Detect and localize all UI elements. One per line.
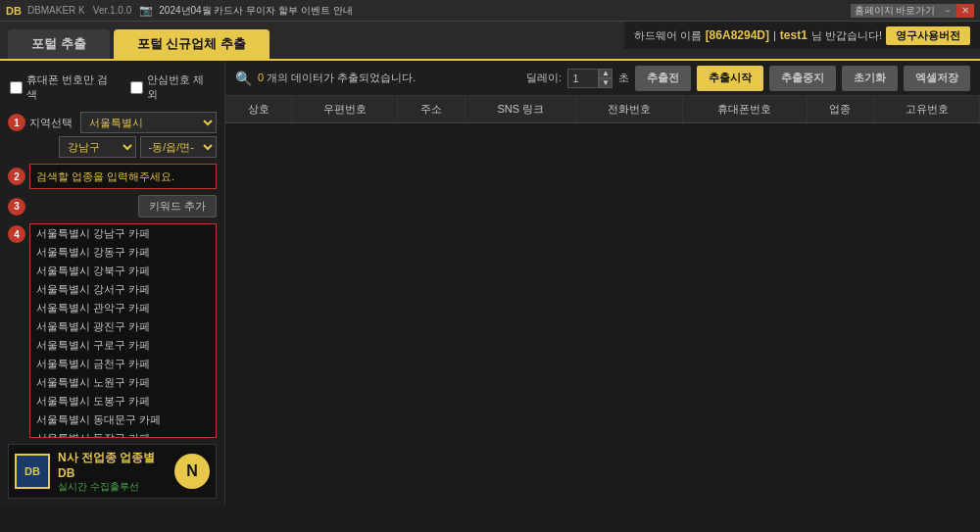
ad-title: N사 전업종 업종별 DB [58,450,167,480]
count-number: 0 [258,72,264,83]
list-item[interactable]: 서울특별시 동대문구 카페 [30,411,216,429]
step3-badge: 3 [8,198,25,216]
permanent-version-button[interactable]: 영구사용버전 [886,26,970,45]
table-column-header: 상호 [225,96,292,123]
step2-section: 2 [8,164,217,189]
delay-down-button[interactable]: ▼ [599,78,612,88]
table-area[interactable]: 상호우편번호주소SNS 링크전화번호휴대폰번호업종고유번호 [225,96,980,507]
list-item[interactable]: 서울특별시 광진구 카페 [30,317,216,336]
checkbox-row: 휴대폰 번호만 검색 안심번호 제외 [8,69,217,106]
step1-section: 1 지역선택 서울특별시 강남구 -동/읍/면- [8,112,217,158]
list-item[interactable]: 서울특별시 강서구 카페 [30,280,216,299]
data-table: 상호우편번호주소SNS 링크전화번호휴대폰번호업종고유번호 [225,96,980,123]
delay-unit: 초 [618,71,629,85]
table-column-header: 휴대폰번호 [682,96,807,123]
list-item[interactable]: 서울특별시 강동구 카페 [30,243,216,262]
ad-text-area: N사 전업종 업종별 DB 실시간 수집출루선 [58,450,167,494]
mobile-only-checkbox[interactable] [10,81,23,94]
notice-text: 2024년04월 카드사 무이자 할부 이벤트 안내 [159,4,851,18]
table-column-header: 전화번호 [576,96,682,123]
mobile-only-checkbox-label[interactable]: 휴대폰 번호만 검색 [10,73,119,102]
delay-spin-buttons: ▲ ▼ [599,69,612,88]
delay-input[interactable]: 1 [567,69,599,88]
home-button[interactable]: 홈페이지 바로가기 [851,4,939,18]
username: test1 [780,28,808,42]
list-item[interactable]: 서울특별시 구로구 카페 [30,336,216,355]
list-item[interactable]: 서울특별시 도봉구 카페 [30,392,216,411]
step4-section: 4 서울특별시 강남구 카페서울특별시 강동구 카페서울특별시 강북구 카페서울… [8,223,217,438]
step2-badge: 2 [8,168,25,185]
region-label: 지역선택 [29,116,76,130]
list-item[interactable]: 서울특별시 강남구 카페 [30,224,216,243]
toolbar: 🔍 0 개의 데이터가 추출되었습니다. 딜레이: 1 ▲ ▼ 초 추출전 추출… [225,61,980,96]
data-count-text: 0 개의 데이터가 추출되었습니다. [258,71,416,85]
reset-button[interactable]: 초기화 [842,66,898,91]
table-header-row: 상호우편번호주소SNS 링크전화번호휴대폰번호업종고유번호 [225,96,980,123]
table-column-header: SNS 링크 [465,96,576,123]
main-area: 휴대폰 번호만 검색 안심번호 제외 1 지역선택 서울특별시 강남구 [0,61,980,507]
close-button[interactable]: ✕ [956,4,974,18]
tab-extract[interactable]: 포털 추출 [8,29,110,59]
hardware-label: 하드웨어 이름 [634,28,702,43]
table-column-header: 우편번호 [292,96,398,123]
no-safe-checkbox[interactable] [130,81,143,94]
greeting: 님 반갑습니다! [811,28,882,43]
no-safe-label: 안심번호 제외 [147,73,215,102]
ad-badge: N [174,454,210,489]
keyword-input[interactable] [29,164,217,189]
keyword-list[interactable]: 서울특별시 강남구 카페서울특별시 강동구 카페서울특별시 강북구 카페서울특별… [29,223,217,438]
app-name: DBMAKER K [27,5,85,16]
delay-up-button[interactable]: ▲ [599,69,612,78]
app-version: Ver.1.0.0 [93,5,131,16]
step4-badge: 4 [8,225,25,243]
list-item[interactable]: 서울특별시 강북구 카페 [30,262,216,280]
step1-badge: 1 [8,114,25,131]
mobile-only-label: 휴대폰 번호만 검색 [26,73,119,102]
keyword-add-button[interactable]: 키워드 추가 [138,195,217,218]
separator: | [773,29,776,41]
delay-spinbox[interactable]: 1 ▲ ▼ [567,69,612,88]
list-item[interactable]: 서울특별시 관악구 카페 [30,299,216,317]
hardware-id: [86A8294D] [706,28,769,42]
list-item[interactable]: 서울특별시 노원구 카페 [30,373,216,392]
camera-icon: 📷 [139,4,153,17]
table-column-header: 주소 [398,96,466,123]
table-column-header: 업종 [807,96,874,123]
step3-section: 3 키워드 추가 [8,195,217,218]
title-bar: DB DBMAKER K Ver.1.0.0 📷 2024년04월 카드사 무이… [0,0,980,22]
app-logo: DB [6,5,22,17]
delay-label: 딜레이: [526,71,562,85]
ad-panel[interactable]: DB N사 전업종 업종별 DB 실시간 수집출루선 N [8,444,217,499]
no-safe-checkbox-label[interactable]: 안심번호 제외 [130,73,215,102]
tab-new-extract[interactable]: 포털 신규업체 추출 [114,29,270,59]
list-item[interactable]: 서울특별시 동작구 카페 [30,429,216,438]
list-item[interactable]: 서울특별시 금천구 카페 [30,355,216,373]
left-panel: 휴대폰 번호만 검색 안심번호 제외 1 지역선택 서울특별시 강남구 [0,61,225,507]
count-label: 개의 데이터가 추출되었습니다. [267,72,416,83]
ad-subtitle: 실시간 수집출루선 [58,480,167,494]
sub-region-row: 강남구 -동/읍/면- [8,136,217,158]
right-panel: 🔍 0 개의 데이터가 추출되었습니다. 딜레이: 1 ▲ ▼ 초 추출전 추출… [225,61,980,507]
minimize-button[interactable]: － [939,4,956,18]
search-icon: 🔍 [235,71,252,86]
excel-save-button[interactable]: 엑셀저장 [904,66,970,91]
district-select[interactable]: 강남구 [59,136,136,158]
ad-logo: DB [15,454,50,489]
region-select[interactable]: 서울특별시 [80,112,217,133]
table-column-header: 고유번호 [874,96,980,123]
detail-select[interactable]: -동/읍/면- [140,136,218,158]
extract-before-button[interactable]: 추출전 [635,66,691,91]
extract-stop-button[interactable]: 추출중지 [769,66,836,91]
extract-start-button[interactable]: 추출시작 [697,66,763,91]
